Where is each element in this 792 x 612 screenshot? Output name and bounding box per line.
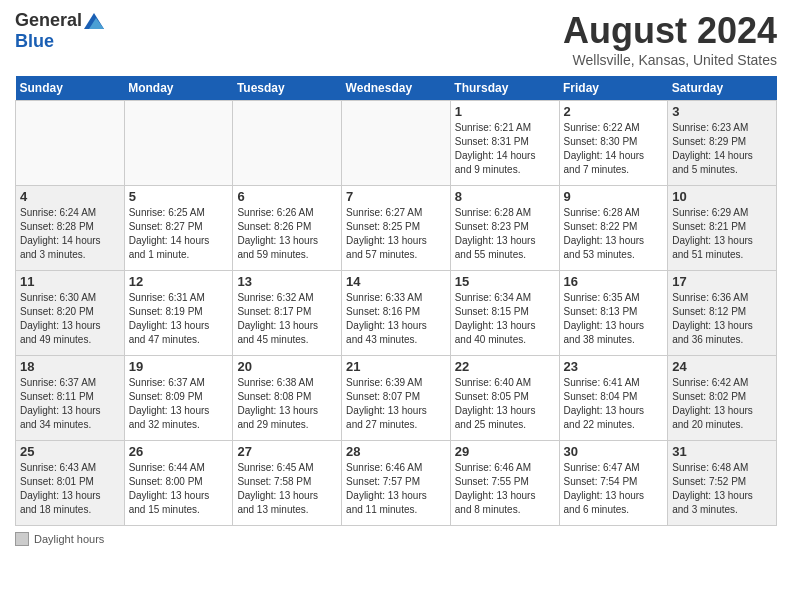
day-info: Sunrise: 6:48 AM Sunset: 7:52 PM Dayligh… <box>672 461 772 517</box>
table-row: 28Sunrise: 6:46 AM Sunset: 7:57 PM Dayli… <box>342 441 451 526</box>
table-row <box>342 101 451 186</box>
month-year-title: August 2024 <box>563 10 777 52</box>
day-info: Sunrise: 6:37 AM Sunset: 8:09 PM Dayligh… <box>129 376 229 432</box>
day-number: 11 <box>20 274 120 289</box>
day-number: 21 <box>346 359 446 374</box>
table-row: 7Sunrise: 6:27 AM Sunset: 8:25 PM Daylig… <box>342 186 451 271</box>
table-row: 9Sunrise: 6:28 AM Sunset: 8:22 PM Daylig… <box>559 186 668 271</box>
day-number: 17 <box>672 274 772 289</box>
header-sunday: Sunday <box>16 76 125 101</box>
day-number: 2 <box>564 104 664 119</box>
header-saturday: Saturday <box>668 76 777 101</box>
logo-blue-text: Blue <box>15 31 54 52</box>
day-number: 25 <box>20 444 120 459</box>
day-info: Sunrise: 6:46 AM Sunset: 7:57 PM Dayligh… <box>346 461 446 517</box>
header-monday: Monday <box>124 76 233 101</box>
day-info: Sunrise: 6:29 AM Sunset: 8:21 PM Dayligh… <box>672 206 772 262</box>
table-row: 5Sunrise: 6:25 AM Sunset: 8:27 PM Daylig… <box>124 186 233 271</box>
table-row: 6Sunrise: 6:26 AM Sunset: 8:26 PM Daylig… <box>233 186 342 271</box>
day-number: 8 <box>455 189 555 204</box>
logo: General Blue <box>15 10 104 52</box>
day-number: 26 <box>129 444 229 459</box>
day-info: Sunrise: 6:23 AM Sunset: 8:29 PM Dayligh… <box>672 121 772 177</box>
table-row <box>124 101 233 186</box>
table-row: 13Sunrise: 6:32 AM Sunset: 8:17 PM Dayli… <box>233 271 342 356</box>
title-area: August 2024 Wellsville, Kansas, United S… <box>563 10 777 68</box>
day-number: 22 <box>455 359 555 374</box>
table-row: 22Sunrise: 6:40 AM Sunset: 8:05 PM Dayli… <box>450 356 559 441</box>
day-info: Sunrise: 6:34 AM Sunset: 8:15 PM Dayligh… <box>455 291 555 347</box>
calendar-week-row: 25Sunrise: 6:43 AM Sunset: 8:01 PM Dayli… <box>16 441 777 526</box>
table-row: 12Sunrise: 6:31 AM Sunset: 8:19 PM Dayli… <box>124 271 233 356</box>
table-row: 4Sunrise: 6:24 AM Sunset: 8:28 PM Daylig… <box>16 186 125 271</box>
day-number: 3 <box>672 104 772 119</box>
calendar-week-row: 18Sunrise: 6:37 AM Sunset: 8:11 PM Dayli… <box>16 356 777 441</box>
calendar-header-row: Sunday Monday Tuesday Wednesday Thursday… <box>16 76 777 101</box>
day-info: Sunrise: 6:45 AM Sunset: 7:58 PM Dayligh… <box>237 461 337 517</box>
day-info: Sunrise: 6:33 AM Sunset: 8:16 PM Dayligh… <box>346 291 446 347</box>
day-number: 4 <box>20 189 120 204</box>
header-wednesday: Wednesday <box>342 76 451 101</box>
day-info: Sunrise: 6:46 AM Sunset: 7:55 PM Dayligh… <box>455 461 555 517</box>
day-number: 13 <box>237 274 337 289</box>
day-info: Sunrise: 6:28 AM Sunset: 8:23 PM Dayligh… <box>455 206 555 262</box>
table-row: 15Sunrise: 6:34 AM Sunset: 8:15 PM Dayli… <box>450 271 559 356</box>
day-number: 28 <box>346 444 446 459</box>
day-number: 23 <box>564 359 664 374</box>
table-row: 25Sunrise: 6:43 AM Sunset: 8:01 PM Dayli… <box>16 441 125 526</box>
day-number: 7 <box>346 189 446 204</box>
table-row: 17Sunrise: 6:36 AM Sunset: 8:12 PM Dayli… <box>668 271 777 356</box>
table-row: 14Sunrise: 6:33 AM Sunset: 8:16 PM Dayli… <box>342 271 451 356</box>
day-info: Sunrise: 6:39 AM Sunset: 8:07 PM Dayligh… <box>346 376 446 432</box>
day-info: Sunrise: 6:40 AM Sunset: 8:05 PM Dayligh… <box>455 376 555 432</box>
table-row: 27Sunrise: 6:45 AM Sunset: 7:58 PM Dayli… <box>233 441 342 526</box>
day-number: 14 <box>346 274 446 289</box>
day-info: Sunrise: 6:42 AM Sunset: 8:02 PM Dayligh… <box>672 376 772 432</box>
table-row: 3Sunrise: 6:23 AM Sunset: 8:29 PM Daylig… <box>668 101 777 186</box>
day-info: Sunrise: 6:25 AM Sunset: 8:27 PM Dayligh… <box>129 206 229 262</box>
day-number: 18 <box>20 359 120 374</box>
calendar-week-row: 11Sunrise: 6:30 AM Sunset: 8:20 PM Dayli… <box>16 271 777 356</box>
calendar-table: Sunday Monday Tuesday Wednesday Thursday… <box>15 76 777 526</box>
day-number: 1 <box>455 104 555 119</box>
day-number: 16 <box>564 274 664 289</box>
table-row: 2Sunrise: 6:22 AM Sunset: 8:30 PM Daylig… <box>559 101 668 186</box>
day-number: 20 <box>237 359 337 374</box>
day-info: Sunrise: 6:30 AM Sunset: 8:20 PM Dayligh… <box>20 291 120 347</box>
header-tuesday: Tuesday <box>233 76 342 101</box>
table-row: 19Sunrise: 6:37 AM Sunset: 8:09 PM Dayli… <box>124 356 233 441</box>
legend-box <box>15 532 29 546</box>
day-number: 31 <box>672 444 772 459</box>
logo-icon <box>84 13 104 29</box>
table-row <box>16 101 125 186</box>
day-info: Sunrise: 6:28 AM Sunset: 8:22 PM Dayligh… <box>564 206 664 262</box>
table-row: 1Sunrise: 6:21 AM Sunset: 8:31 PM Daylig… <box>450 101 559 186</box>
table-row: 21Sunrise: 6:39 AM Sunset: 8:07 PM Dayli… <box>342 356 451 441</box>
day-info: Sunrise: 6:43 AM Sunset: 8:01 PM Dayligh… <box>20 461 120 517</box>
day-number: 12 <box>129 274 229 289</box>
legend: Daylight hours <box>15 532 777 546</box>
day-info: Sunrise: 6:41 AM Sunset: 8:04 PM Dayligh… <box>564 376 664 432</box>
page-container: General Blue August 2024 Wellsville, Kan… <box>0 0 792 556</box>
day-info: Sunrise: 6:44 AM Sunset: 8:00 PM Dayligh… <box>129 461 229 517</box>
table-row: 8Sunrise: 6:28 AM Sunset: 8:23 PM Daylig… <box>450 186 559 271</box>
day-number: 24 <box>672 359 772 374</box>
day-info: Sunrise: 6:26 AM Sunset: 8:26 PM Dayligh… <box>237 206 337 262</box>
header-thursday: Thursday <box>450 76 559 101</box>
table-row: 16Sunrise: 6:35 AM Sunset: 8:13 PM Dayli… <box>559 271 668 356</box>
day-number: 6 <box>237 189 337 204</box>
day-info: Sunrise: 6:22 AM Sunset: 8:30 PM Dayligh… <box>564 121 664 177</box>
day-info: Sunrise: 6:35 AM Sunset: 8:13 PM Dayligh… <box>564 291 664 347</box>
day-number: 19 <box>129 359 229 374</box>
table-row: 10Sunrise: 6:29 AM Sunset: 8:21 PM Dayli… <box>668 186 777 271</box>
day-info: Sunrise: 6:32 AM Sunset: 8:17 PM Dayligh… <box>237 291 337 347</box>
day-number: 30 <box>564 444 664 459</box>
calendar-week-row: 1Sunrise: 6:21 AM Sunset: 8:31 PM Daylig… <box>16 101 777 186</box>
day-info: Sunrise: 6:36 AM Sunset: 8:12 PM Dayligh… <box>672 291 772 347</box>
day-info: Sunrise: 6:31 AM Sunset: 8:19 PM Dayligh… <box>129 291 229 347</box>
day-number: 29 <box>455 444 555 459</box>
page-header: General Blue August 2024 Wellsville, Kan… <box>15 10 777 68</box>
table-row: 18Sunrise: 6:37 AM Sunset: 8:11 PM Dayli… <box>16 356 125 441</box>
day-info: Sunrise: 6:47 AM Sunset: 7:54 PM Dayligh… <box>564 461 664 517</box>
table-row: 23Sunrise: 6:41 AM Sunset: 8:04 PM Dayli… <box>559 356 668 441</box>
